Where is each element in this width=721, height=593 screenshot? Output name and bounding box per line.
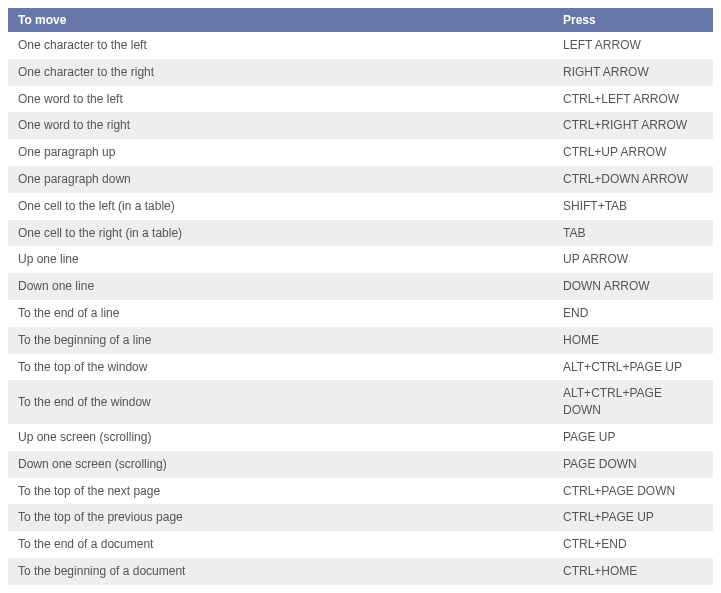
cell-move: One paragraph up: [8, 139, 553, 166]
cell-press: CTRL+HOME: [553, 558, 713, 585]
cell-move: One cell to the right (in a table): [8, 220, 553, 247]
table-row: To the top of the next pageCTRL+PAGE DOW…: [8, 478, 713, 505]
cell-move: To the end of a line: [8, 300, 553, 327]
cell-press: PAGE UP: [553, 424, 713, 451]
cell-press: DOWN ARROW: [553, 273, 713, 300]
cell-press: RIGHT ARROW: [553, 59, 713, 86]
cell-move: One character to the left: [8, 32, 553, 59]
cell-move: Down one line: [8, 273, 553, 300]
cell-press: CTRL+LEFT ARROW: [553, 86, 713, 113]
cell-move: One cell to the left (in a table): [8, 193, 553, 220]
cell-press: SHIFT+TAB: [553, 193, 713, 220]
table-row: To the end of the windowALT+CTRL+PAGE DO…: [8, 380, 713, 424]
cell-move: To a previous revision: [8, 585, 553, 593]
cell-move: One word to the left: [8, 86, 553, 113]
cell-press: CTRL+UP ARROW: [553, 139, 713, 166]
table-row: Up one screen (scrolling)PAGE UP: [8, 424, 713, 451]
cell-press: PAGE DOWN: [553, 451, 713, 478]
table-row: To a previous revisionSHIFT+F5: [8, 585, 713, 593]
table-header-row: To move Press: [8, 8, 713, 32]
table-row: One word to the leftCTRL+LEFT ARROW: [8, 86, 713, 113]
table-row: One word to the rightCTRL+RIGHT ARROW: [8, 112, 713, 139]
cell-move: To the beginning of a document: [8, 558, 553, 585]
cell-move: One paragraph down: [8, 166, 553, 193]
table-row: One paragraph upCTRL+UP ARROW: [8, 139, 713, 166]
table-row: One cell to the left (in a table)SHIFT+T…: [8, 193, 713, 220]
cell-move: Down one screen (scrolling): [8, 451, 553, 478]
cell-move: To the beginning of a line: [8, 327, 553, 354]
cell-move: To the end of a document: [8, 531, 553, 558]
table-row: To the end of a lineEND: [8, 300, 713, 327]
table-row: Up one lineUP ARROW: [8, 246, 713, 273]
cell-press: SHIFT+F5: [553, 585, 713, 593]
cell-press: LEFT ARROW: [553, 32, 713, 59]
table-row: To the beginning of a lineHOME: [8, 327, 713, 354]
cell-move: To the top of the next page: [8, 478, 553, 505]
shortcuts-table: To move Press One character to the leftL…: [8, 8, 713, 593]
cell-press: TAB: [553, 220, 713, 247]
cell-move: One word to the right: [8, 112, 553, 139]
cell-press: CTRL+DOWN ARROW: [553, 166, 713, 193]
table-row: One character to the rightRIGHT ARROW: [8, 59, 713, 86]
col-header-move: To move: [8, 8, 553, 32]
col-header-press: Press: [553, 8, 713, 32]
cell-press: HOME: [553, 327, 713, 354]
table-row: One paragraph downCTRL+DOWN ARROW: [8, 166, 713, 193]
table-row: One cell to the right (in a table)TAB: [8, 220, 713, 247]
table-row: To the beginning of a documentCTRL+HOME: [8, 558, 713, 585]
cell-press: ALT+CTRL+PAGE DOWN: [553, 380, 713, 424]
table-row: To the end of a documentCTRL+END: [8, 531, 713, 558]
cell-press: ALT+CTRL+PAGE UP: [553, 354, 713, 381]
table-row: Down one lineDOWN ARROW: [8, 273, 713, 300]
cell-press: CTRL+RIGHT ARROW: [553, 112, 713, 139]
cell-press: CTRL+PAGE DOWN: [553, 478, 713, 505]
cell-press: UP ARROW: [553, 246, 713, 273]
cell-move: Up one line: [8, 246, 553, 273]
cell-press: END: [553, 300, 713, 327]
cell-move: To the end of the window: [8, 380, 553, 424]
cell-move: To the top of the window: [8, 354, 553, 381]
table-row: Down one screen (scrolling)PAGE DOWN: [8, 451, 713, 478]
cell-press: CTRL+END: [553, 531, 713, 558]
table-row: To the top of the windowALT+CTRL+PAGE UP: [8, 354, 713, 381]
cell-move: Up one screen (scrolling): [8, 424, 553, 451]
table-row: One character to the leftLEFT ARROW: [8, 32, 713, 59]
cell-move: One character to the right: [8, 59, 553, 86]
cell-move: To the top of the previous page: [8, 504, 553, 531]
table-row: To the top of the previous pageCTRL+PAGE…: [8, 504, 713, 531]
cell-press: CTRL+PAGE UP: [553, 504, 713, 531]
